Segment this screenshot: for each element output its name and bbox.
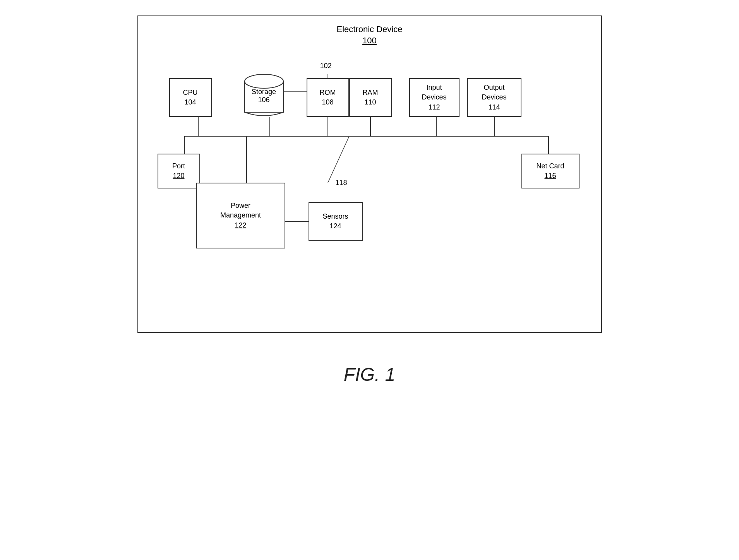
ram-box: RAM 110 — [349, 78, 392, 117]
cpu-num: 104 — [184, 98, 196, 107]
cpu-box: CPU 104 — [169, 78, 212, 117]
diagram-box: Electronic Device 100 102 CPU 104 Storag… — [137, 15, 602, 333]
port-num: 120 — [173, 171, 184, 181]
power-mgmt-box: PowerManagement 122 — [196, 183, 285, 248]
port-box: Port 120 — [158, 154, 200, 188]
storage-label-container: Storage 106 — [243, 77, 285, 114]
sensors-label: Sensors — [322, 212, 348, 221]
svg-line-16 — [328, 136, 349, 183]
power-mgmt-num: 122 — [235, 221, 246, 230]
rom-label: ROM — [320, 88, 336, 98]
storage-label: Storage — [252, 88, 276, 96]
title-num: 100 — [362, 36, 377, 45]
input-devices-label: InputDevices — [422, 83, 446, 102]
sensors-box: Sensors 124 — [309, 202, 363, 241]
net-card-num: 116 — [544, 171, 556, 181]
output-devices-label: OutputDevices — [482, 83, 506, 102]
figure-label: FIG. 1 — [344, 364, 395, 385]
port-label: Port — [172, 161, 185, 171]
storage-num: 106 — [258, 96, 269, 104]
ram-label: RAM — [363, 88, 378, 98]
rom-num: 108 — [322, 98, 333, 107]
page-container: Electronic Device 100 102 CPU 104 Storag… — [15, 15, 724, 385]
input-devices-num: 112 — [428, 103, 440, 112]
power-mgmt-label: PowerManagement — [220, 201, 261, 220]
net-card-box: Net Card 116 — [521, 154, 580, 188]
device-title: Electronic Device 100 — [337, 24, 403, 46]
input-devices-box: InputDevices 112 — [409, 78, 460, 117]
cpu-label: CPU — [183, 88, 197, 98]
net-card-label: Net Card — [536, 161, 564, 171]
rom-box: ROM 108 — [307, 78, 349, 117]
title-text: Electronic Device — [337, 24, 403, 34]
output-devices-num: 114 — [488, 103, 500, 112]
bus-label: 102 — [320, 62, 332, 70]
arrow-label: 118 — [336, 179, 347, 187]
output-devices-box: OutputDevices 114 — [467, 78, 521, 117]
sensors-num: 124 — [329, 221, 341, 231]
ram-num: 110 — [364, 98, 376, 107]
